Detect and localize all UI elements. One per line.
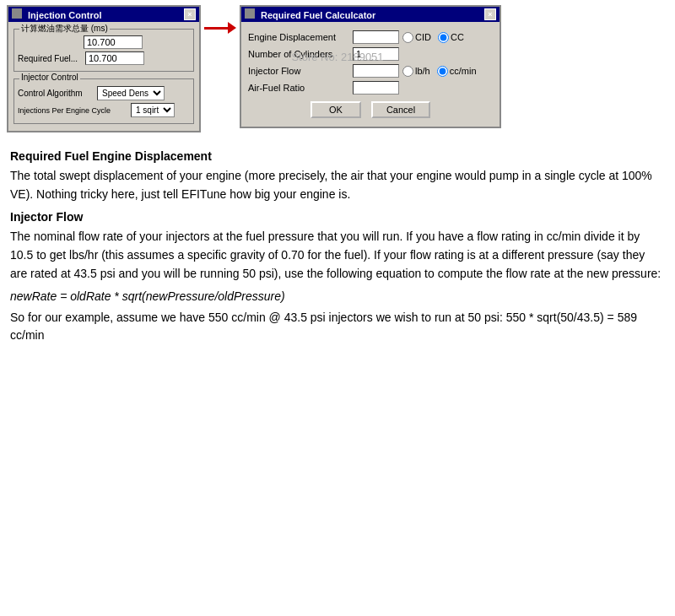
injections-label: Injections Per Engine Cycle <box>18 106 127 115</box>
injections-row: Injections Per Engine Cycle 1 sqirt <box>18 103 190 117</box>
arrow-container <box>201 5 240 34</box>
engine-displacement-row: Engine Displacement CID CC <box>248 30 493 44</box>
afr-row: Air-Fuel Ratio <box>248 81 493 95</box>
fuel-title-text: Required Fuel Calculcator <box>245 8 375 20</box>
cylinders-row: Number of Cylinders <box>248 47 493 61</box>
required-fuel-input[interactable] <box>85 51 144 65</box>
flow-radio-group: lb/h cc/min <box>402 66 477 77</box>
top-dialogs-section: Injection Control × 计算燃油需求总量 (ms) Requir… <box>0 0 675 138</box>
control-algorithm-row: Control Algorithm Speed Dens <box>18 86 190 100</box>
lbh-label: lb/h <box>415 66 430 76</box>
fuel-buttons-row: OK Cancel <box>248 101 493 122</box>
injections-select[interactable]: 1 sqirt <box>131 103 175 117</box>
injection-close-button[interactable]: × <box>184 8 196 20</box>
injection-dialog-body: 计算燃油需求总量 (ms) Required Fuel... Injector … <box>8 22 199 131</box>
engine-displacement-label: Engine Displacement <box>248 32 349 42</box>
injection-title-text: Injection Control <box>12 8 101 20</box>
cancel-button[interactable]: Cancel <box>371 101 430 118</box>
arrow-line <box>204 27 228 30</box>
calc-text: So for our example, assume we have 550 c… <box>10 309 665 344</box>
ccmin-label: cc/min <box>450 66 477 76</box>
cylinders-label: Number of Cylinders <box>248 49 349 59</box>
injector-flow-label: Injector Flow <box>248 66 349 76</box>
section1-text: The total swept displacement of your eng… <box>10 167 665 203</box>
content-area: Required Fuel Engine Displacement The to… <box>0 138 675 353</box>
control-algorithm-select[interactable]: Speed Dens <box>97 86 165 100</box>
injector-group-title: Injector Control <box>19 73 80 82</box>
injector-flow-row: Injector Flow lb/h cc/min <box>248 64 493 78</box>
ok-button[interactable]: OK <box>310 101 361 118</box>
section1-heading: Required Fuel Engine Displacement <box>10 148 665 165</box>
fuel-dialog-titlebar: Required Fuel Calculcator × <box>241 7 500 22</box>
right-arrow <box>204 22 236 34</box>
ccmin-radio-item[interactable]: cc/min <box>437 66 477 77</box>
fuel-calculator-dialog: Required Fuel Calculcator × Engine Displ… <box>240 5 501 128</box>
cc-radio-item[interactable]: CC <box>438 32 464 43</box>
injector-control-group: Injector Control Control Algorithm Speed… <box>14 78 194 124</box>
fuel-close-button[interactable]: × <box>484 8 496 20</box>
cid-label: CID <box>415 32 431 42</box>
cc-radio[interactable] <box>438 32 449 43</box>
injection-control-dialog: Injection Control × 计算燃油需求总量 (ms) Requir… <box>7 5 201 132</box>
displacement-radio-group: CID CC <box>402 32 464 43</box>
fuel-total-group-title: 计算燃油需求总量 (ms) <box>19 23 110 35</box>
required-fuel-label: Required Fuel... <box>18 54 82 63</box>
formula-text: newRate = oldRate * sqrt(newPressure/old… <box>10 288 665 305</box>
fuel-title-icon <box>245 8 255 19</box>
fuel-total-group: 计算燃油需求总量 (ms) Required Fuel... <box>14 29 194 72</box>
section2-heading: Injector Flow <box>10 208 665 226</box>
injector-flow-input[interactable] <box>353 64 399 78</box>
lbh-radio-item[interactable]: lb/h <box>402 66 430 77</box>
afr-label: Air-Fuel Ratio <box>248 83 349 93</box>
cylinders-input[interactable] <box>353 47 399 61</box>
fuel-dialog-body: Engine Displacement CID CC Number of Cyl… <box>241 22 500 127</box>
injection-dialog-titlebar: Injection Control × <box>8 7 199 22</box>
cc-label: CC <box>451 32 464 42</box>
afr-input[interactable] <box>353 81 399 95</box>
cid-radio[interactable] <box>402 32 413 43</box>
injection-title-icon <box>12 8 22 19</box>
ccmin-radio[interactable] <box>437 66 448 77</box>
fuel-field2-row: Required Fuel... <box>18 51 190 65</box>
control-algorithm-label: Control Algorithm <box>18 89 94 98</box>
cid-radio-item[interactable]: CID <box>402 32 431 43</box>
section2-text: The nominal flow rate of your injectors … <box>10 228 665 283</box>
fuel-field1-input[interactable] <box>84 35 143 49</box>
engine-displacement-input[interactable] <box>353 30 399 44</box>
arrow-head <box>228 22 236 34</box>
fuel-field1-row <box>18 35 190 49</box>
lbh-radio[interactable] <box>402 66 413 77</box>
